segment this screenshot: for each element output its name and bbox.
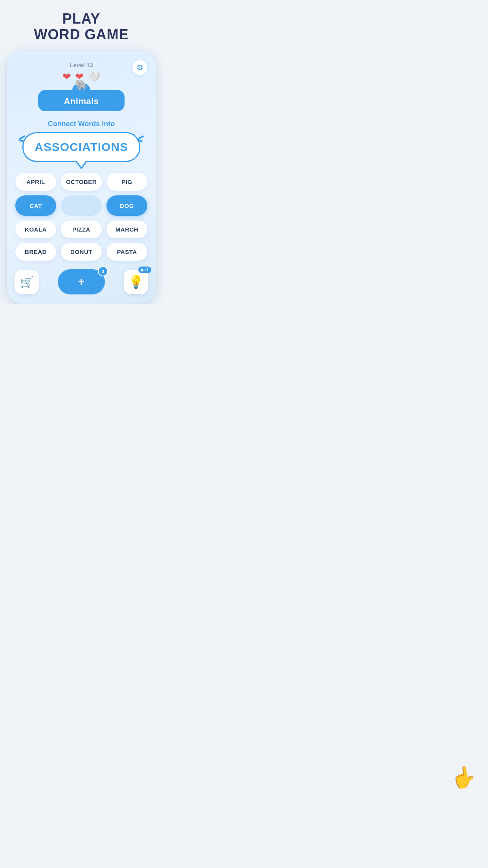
speech-bubble-wrapper: ASSOCIATIONS bbox=[14, 132, 149, 162]
hint-badge-text: ▶+1 bbox=[141, 267, 149, 272]
add-button-wrapper: + 3 bbox=[58, 269, 105, 294]
settings-button[interactable]: ⚙ bbox=[132, 60, 147, 75]
word-cat[interactable]: CAT bbox=[15, 195, 56, 216]
category-name: Animals bbox=[64, 96, 99, 107]
hint-button[interactable]: 💡 bbox=[124, 270, 148, 294]
word-grid: APRIL OCTOBER PIG CAT DOG KOALA PIZZA MA… bbox=[14, 173, 149, 261]
shop-button[interactable]: 🛒 bbox=[15, 270, 39, 294]
heart-1: ❤ bbox=[62, 71, 71, 83]
elephant-icon: 🐘 bbox=[75, 79, 88, 91]
connector-middle bbox=[61, 195, 102, 216]
hint-badge: ▶+1 bbox=[138, 267, 151, 273]
word-october[interactable]: OCTOBER bbox=[61, 173, 102, 191]
word-pasta[interactable]: PASTA bbox=[106, 243, 147, 261]
bottom-bar: 🛒 + 3 💡 ▶+1 bbox=[14, 269, 149, 294]
word-dog[interactable]: DOG bbox=[106, 195, 147, 216]
level-text: Level 13 bbox=[14, 62, 149, 68]
word-april[interactable]: APRIL bbox=[15, 173, 56, 191]
word-pig[interactable]: PIG bbox=[106, 173, 147, 191]
plus-icon: + bbox=[78, 276, 84, 288]
word-pizza[interactable]: PIZZA bbox=[61, 221, 102, 238]
page-title: PLAY WORD GAME bbox=[34, 11, 129, 42]
category-banner: 🐘 Animals bbox=[38, 90, 125, 111]
word-march[interactable]: MARCH bbox=[106, 221, 147, 238]
hint-button-wrapper: 💡 ▶+1 bbox=[124, 270, 148, 294]
word-koala[interactable]: KOALA bbox=[15, 221, 56, 238]
phone-frame: Level 13 ⚙ ❤ ❤ 🤍 🐘 Animals Connect Words… bbox=[7, 51, 156, 304]
shop-icon: 🛒 bbox=[20, 276, 34, 289]
associations-text: ASSOCIATIONS bbox=[35, 140, 128, 154]
settings-icon: ⚙ bbox=[136, 63, 143, 72]
connect-text: Connect Words Into bbox=[48, 120, 115, 128]
word-bread[interactable]: BREAD bbox=[15, 243, 56, 261]
add-count-badge: 3 bbox=[98, 266, 108, 276]
word-donut[interactable]: DONUT bbox=[61, 243, 102, 261]
speech-bubble: ASSOCIATIONS bbox=[22, 132, 140, 162]
heart-3: 🤍 bbox=[88, 71, 100, 83]
hint-icon: 💡 bbox=[128, 274, 144, 289]
